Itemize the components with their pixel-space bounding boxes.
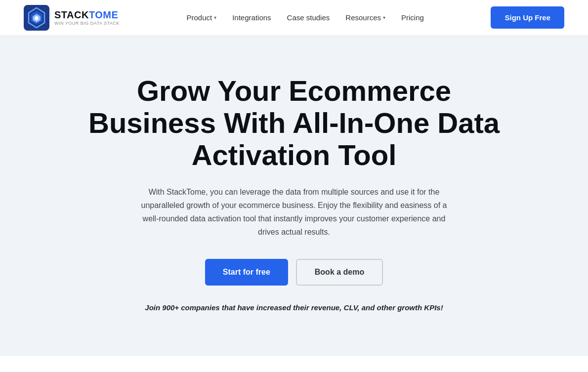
chevron-down-icon-resources: ▾ (383, 15, 385, 20)
book-demo-button[interactable]: Book a demo (296, 259, 383, 286)
hero-heading: Grow Your Ecommerce Business With All-In… (82, 75, 506, 171)
logo[interactable]: STACKTOME WIN YOUR BIG DATA STACK (24, 5, 120, 31)
tab-reviews-management[interactable]: Reviews Management (72, 368, 177, 372)
logo-tagline: WIN YOUR BIG DATA STACK (54, 21, 120, 26)
logo-text-accent: TOME (89, 9, 118, 20)
hero-buttons: Start for free Book a demo (205, 259, 383, 286)
tab-customer-data-platform[interactable]: Customer Data Platform (285, 368, 394, 372)
start-free-button[interactable]: Start for free (205, 259, 288, 286)
nav-pricing[interactable]: Pricing (401, 13, 424, 22)
nav-integrations[interactable]: Integrations (232, 13, 271, 22)
tabs-bar: Reviews Management Audience Segmentation… (72, 356, 516, 372)
signup-button[interactable]: Sign Up Free (491, 6, 564, 29)
navbar: STACKTOME WIN YOUR BIG DATA STACK Produc… (0, 0, 588, 36)
nav-resources[interactable]: Resources ▾ (345, 13, 385, 22)
nav-case-studies[interactable]: Case studies (287, 13, 330, 22)
hero-description: With StackTome, you can leverage the dat… (141, 185, 447, 239)
hero-section: Grow Your Ecommerce Business With All-In… (0, 36, 588, 356)
hero-social-proof: Join 900+ companies that have increased … (145, 303, 443, 312)
nav-links: Product ▾ Integrations Case studies Reso… (186, 13, 423, 22)
tab-audience-segmentation[interactable]: Audience Segmentation (177, 368, 285, 372)
logo-text-main: STACK (54, 9, 89, 20)
tabs-section: Reviews Management Audience Segmentation… (0, 356, 588, 372)
nav-product[interactable]: Product ▾ (186, 13, 216, 22)
chevron-down-icon: ▾ (214, 15, 216, 20)
